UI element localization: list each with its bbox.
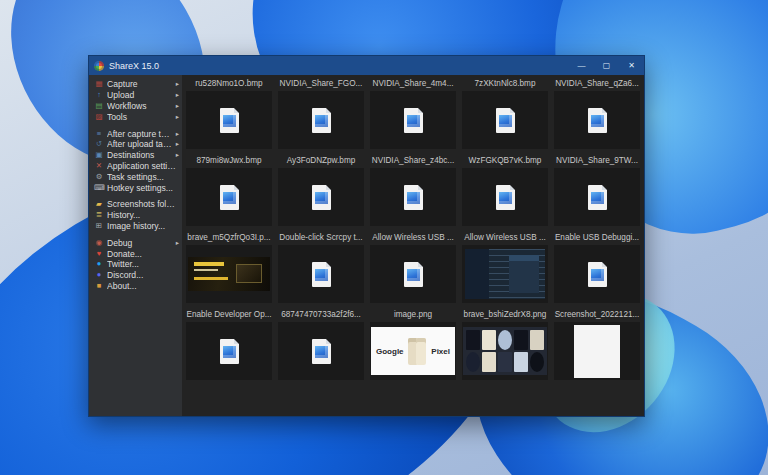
file-name: 68747470733a2f2f6... xyxy=(275,307,367,322)
sidebar-item-tools[interactable]: ▨Tools▸ xyxy=(89,111,182,122)
destinations-icon: ▣ xyxy=(94,150,104,160)
file-thumbnail xyxy=(278,91,364,149)
sidebar-item-discord[interactable]: ●Discord... xyxy=(89,270,182,281)
discord-icon: ● xyxy=(94,270,104,280)
file-item[interactable]: NVIDIA_Share_FGO... xyxy=(275,76,367,153)
sidebar-item-debug[interactable]: ◉Debug▸ xyxy=(89,237,182,248)
file-name: brave_bshiZedrX8.png xyxy=(459,307,551,322)
file-name: Allow Wireless USB ... xyxy=(367,230,459,245)
sidebar-item-label: Donate... xyxy=(107,249,179,259)
sidebar-item-history[interactable]: ≣History... xyxy=(89,210,182,221)
collage-thumbnail xyxy=(463,327,547,375)
file-item[interactable]: 68747470733a2f2f6... xyxy=(275,307,367,384)
sidebar-item-task-settings[interactable]: ⚙Task settings... xyxy=(89,171,182,182)
file-thumbnail xyxy=(554,168,640,226)
upload-icon: ↑ xyxy=(94,90,104,100)
sidebar-item-label: Upload xyxy=(107,90,174,100)
file-name: WzFGKQB7vK.bmp xyxy=(459,153,551,168)
image-file-icon xyxy=(588,185,607,210)
file-item[interactable]: Screenshot_2022121... xyxy=(551,307,643,384)
file-item[interactable]: Double-click Scrcpy t... xyxy=(275,230,367,307)
sidebar-item-destinations[interactable]: ▣Destinations▸ xyxy=(89,150,182,161)
tools-icon: ▨ xyxy=(94,112,104,122)
file-name: Enable USB Debuggi... xyxy=(551,230,643,245)
minimize-button[interactable]: — xyxy=(569,56,594,75)
pixel-text: Pixel xyxy=(431,347,450,356)
submenu-arrow-icon: ▸ xyxy=(176,130,179,138)
sidebar-item-upload[interactable]: ↑Upload▸ xyxy=(89,90,182,101)
file-item[interactable]: NVIDIA_Share_qZa6... xyxy=(551,76,643,153)
sidebar-item-application-settings[interactable]: ✕Application settings... xyxy=(89,161,182,172)
image-file-icon xyxy=(312,185,331,210)
file-name: NVIDIA_Share_9TW... xyxy=(551,153,643,168)
main-menu-sidebar: ▦Capture▸ ↑Upload▸ ▤Workflows▸ ▨Tools▸ ≡… xyxy=(89,75,182,416)
file-thumbnail xyxy=(554,322,640,380)
file-name: ru528Nmo1O.bmp xyxy=(183,76,275,91)
file-name: image.png xyxy=(367,307,459,322)
sidebar-item-label: Twitter... xyxy=(107,259,179,269)
sidebar-item-capture[interactable]: ▦Capture▸ xyxy=(89,79,182,90)
titlebar[interactable]: ShareX 15.0 — ▢ ✕ xyxy=(89,56,644,75)
file-name: brave_m5QzfrQo3I.p... xyxy=(183,230,275,245)
sidebar-item-after-capture-tasks[interactable]: ≡After capture tasks▸ xyxy=(89,128,182,139)
sidebar-item-image-history[interactable]: ⊞Image history... xyxy=(89,221,182,232)
sidebar-item-hotkey-settings[interactable]: ⌨Hotkey settings... xyxy=(89,182,182,193)
submenu-arrow-icon: ▸ xyxy=(176,151,179,159)
file-thumbnail xyxy=(462,91,548,149)
file-item[interactable]: 879mi8wJwx.bmp xyxy=(183,153,275,230)
file-thumbnail xyxy=(462,322,548,380)
workflows-icon: ▤ xyxy=(94,101,104,111)
image-file-icon xyxy=(404,185,423,210)
file-item[interactable]: NVIDIA_Share_4m4... xyxy=(367,76,459,153)
file-item[interactable]: NVIDIA_Share_9TW... xyxy=(551,153,643,230)
document-screenshot-thumbnail xyxy=(574,325,620,378)
submenu-arrow-icon: ▸ xyxy=(176,102,179,110)
file-name: Ay3FoDNZpw.bmp xyxy=(275,153,367,168)
donate-heart-icon: ♥ xyxy=(94,249,104,259)
submenu-arrow-icon: ▸ xyxy=(176,80,179,88)
file-thumbnail xyxy=(278,322,364,380)
file-item[interactable]: brave_bshiZedrX8.png xyxy=(459,307,551,384)
sidebar-item-after-upload-tasks[interactable]: ↺After upload tasks▸ xyxy=(89,139,182,150)
file-item[interactable]: Ay3FoDNZpw.bmp xyxy=(275,153,367,230)
application-settings-icon: ✕ xyxy=(94,161,104,171)
file-thumbnail: GooglePixel xyxy=(370,322,456,380)
window-title: ShareX 15.0 xyxy=(109,61,569,71)
google-pixel-thumbnail: GooglePixel xyxy=(371,327,455,375)
close-button[interactable]: ✕ xyxy=(619,56,644,75)
file-item[interactable]: Allow Wireless USB ... xyxy=(367,230,459,307)
file-thumbnail xyxy=(186,322,272,380)
file-item[interactable]: brave_m5QzfrQo3I.p... xyxy=(183,230,275,307)
sidebar-item-about[interactable]: ■About... xyxy=(89,281,182,292)
maximize-button[interactable]: ▢ xyxy=(594,56,619,75)
sidebar-item-donate[interactable]: ♥Donate... xyxy=(89,248,182,259)
file-item[interactable]: ru528Nmo1O.bmp xyxy=(183,76,275,153)
file-item[interactable]: NVIDIA_Share_z4bc... xyxy=(367,153,459,230)
sidebar-item-label: Screenshots folder... xyxy=(107,199,179,209)
image-history-icon: ⊞ xyxy=(94,221,104,231)
file-item[interactable]: Enable Developer Op... xyxy=(183,307,275,384)
hotkey-settings-icon: ⌨ xyxy=(94,183,104,193)
file-thumbnail xyxy=(278,168,364,226)
sidebar-item-workflows[interactable]: ▤Workflows▸ xyxy=(89,101,182,112)
sidebar-item-screenshots-folder[interactable]: ▰Screenshots folder... xyxy=(89,199,182,210)
file-item[interactable]: image.pngGooglePixel xyxy=(367,307,459,384)
sidebar-item-label: Debug xyxy=(107,238,174,248)
file-name: NVIDIA_Share_FGO... xyxy=(275,76,367,91)
file-thumbnail xyxy=(370,168,456,226)
file-name: NVIDIA_Share_qZa6... xyxy=(551,76,643,91)
file-thumbnail xyxy=(186,245,272,303)
file-item[interactable]: 7zXKtnNlc8.bmp xyxy=(459,76,551,153)
image-file-icon xyxy=(312,262,331,287)
sidebar-item-label: History... xyxy=(107,210,179,220)
file-item[interactable]: WzFGKQB7vK.bmp xyxy=(459,153,551,230)
file-item[interactable]: Allow Wireless USB ... xyxy=(459,230,551,307)
file-item[interactable]: Enable USB Debuggi... xyxy=(551,230,643,307)
sidebar-item-label: Tools xyxy=(107,112,174,122)
submenu-arrow-icon: ▸ xyxy=(176,140,179,148)
sidebar-item-twitter[interactable]: ●Twitter... xyxy=(89,259,182,270)
file-thumbnail xyxy=(462,168,548,226)
screenshots-folder-icon: ▰ xyxy=(94,199,104,209)
sidebar-item-label: About... xyxy=(107,281,179,291)
image-file-icon xyxy=(220,339,239,364)
